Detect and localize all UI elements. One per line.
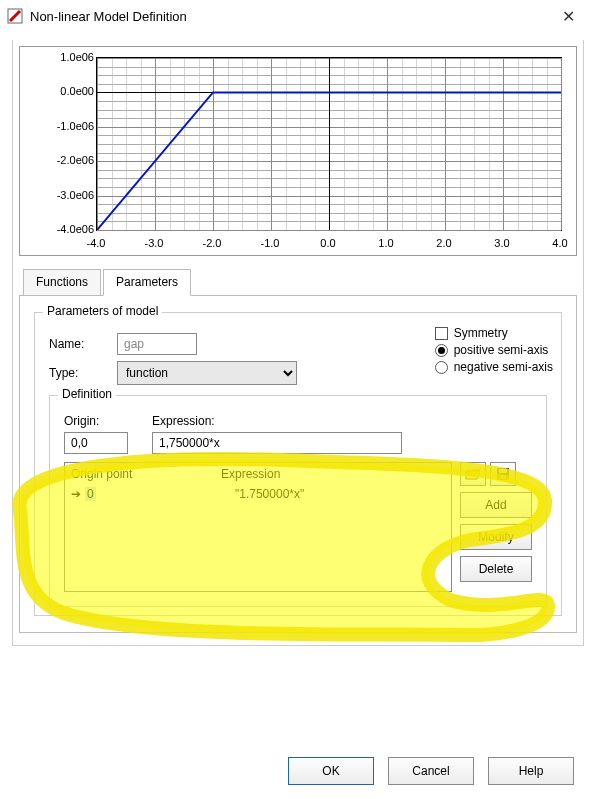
group-title-definition: Definition	[58, 387, 116, 401]
x-tick: -4.0	[87, 237, 106, 249]
window-title: Non-linear Model Definition	[30, 9, 548, 24]
list-row[interactable]: ➔ 0 "1.750000*x"	[65, 485, 451, 503]
x-tick: 0.0	[320, 237, 335, 249]
symmetry-label: Symmetry	[454, 326, 508, 340]
close-icon[interactable]: ✕	[548, 7, 588, 26]
x-tick: 3.0	[494, 237, 509, 249]
y-tick: 0.0e00	[34, 85, 94, 97]
origin-label: Origin:	[64, 414, 128, 428]
x-tick: 4.0	[552, 237, 567, 249]
radio-negative-label: negative semi-axis	[454, 360, 553, 374]
type-label: Type:	[49, 366, 117, 380]
x-tick: -3.0	[145, 237, 164, 249]
tab-panel-parameters: Parameters of model Symmetry positive se…	[19, 295, 577, 633]
list-row-origin: 0	[85, 487, 96, 501]
group-title-parameters: Parameters of model	[43, 304, 162, 318]
ok-button[interactable]: OK	[288, 757, 374, 785]
definition-list[interactable]: Origin point Expression ➔ 0 "1.750000*x"	[64, 462, 452, 592]
arrow-icon: ➔	[71, 487, 81, 501]
cancel-button[interactable]: Cancel	[388, 757, 474, 785]
name-field[interactable]	[117, 333, 197, 355]
tab-functions[interactable]: Functions	[23, 269, 101, 296]
svg-rect-3	[500, 475, 506, 479]
modify-button[interactable]: Modify	[460, 524, 532, 550]
y-tick: -4.0e06	[34, 223, 94, 235]
tab-parameters[interactable]: Parameters	[103, 269, 191, 296]
name-label: Name:	[49, 337, 117, 351]
x-tick: -1.0	[261, 237, 280, 249]
x-tick: -2.0	[203, 237, 222, 249]
list-header-expression: Expression	[221, 467, 445, 481]
y-tick: -1.0e06	[34, 120, 94, 132]
tab-strip: Functions Parameters	[23, 268, 577, 295]
list-header-origin: Origin point	[71, 467, 221, 481]
delete-button[interactable]: Delete	[460, 556, 532, 582]
list-row-expression: "1.750000*x"	[235, 487, 445, 501]
checkbox-symmetry[interactable]: Symmetry	[435, 326, 553, 340]
expression-input[interactable]	[152, 432, 402, 454]
radio-negative-semi-axis[interactable]: negative semi-axis	[435, 360, 553, 374]
svg-rect-2	[499, 469, 507, 473]
type-select[interactable]: function	[117, 361, 297, 385]
radio-positive-label: positive semi-axis	[454, 343, 549, 357]
x-tick: 2.0	[436, 237, 451, 249]
radio-positive-semi-axis[interactable]: positive semi-axis	[435, 343, 553, 357]
group-definition: Definition Origin: Expression: Origin p	[49, 395, 547, 607]
help-button[interactable]: Help	[488, 757, 574, 785]
save-icon[interactable]	[490, 462, 516, 486]
y-tick: -2.0e06	[34, 154, 94, 166]
x-tick: 1.0	[378, 237, 393, 249]
group-parameters-of-model: Parameters of model Symmetry positive se…	[34, 312, 562, 616]
origin-input[interactable]	[64, 432, 128, 454]
y-tick: -3.0e06	[34, 189, 94, 201]
app-icon	[6, 7, 24, 25]
open-icon[interactable]	[460, 462, 486, 486]
chart: force(kN) displacement(cm) -4.0e06-3.0e0…	[19, 46, 577, 256]
add-button[interactable]: Add	[460, 492, 532, 518]
expression-label: Expression:	[152, 414, 532, 428]
y-tick: 1.0e06	[34, 51, 94, 63]
